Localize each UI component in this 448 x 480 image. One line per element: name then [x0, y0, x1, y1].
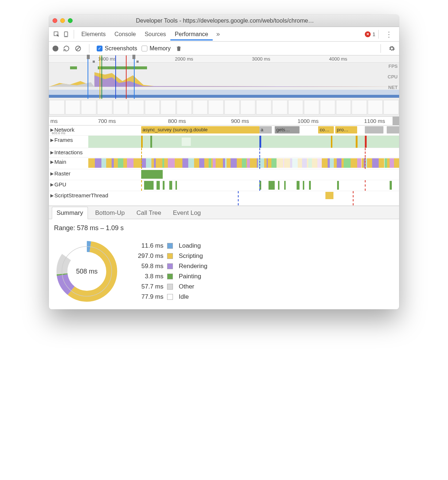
main-segment	[330, 158, 334, 168]
main-segment	[394, 158, 399, 168]
gpu-segment	[175, 181, 177, 190]
main-segment	[357, 158, 361, 168]
main-segment	[292, 158, 298, 168]
tab-elements[interactable]: Elements	[77, 28, 110, 40]
ruler-tick: 3000 ms	[252, 56, 270, 62]
expand-icon[interactable]: ▶	[50, 137, 54, 143]
network-bar[interactable]	[365, 126, 383, 133]
track-label: Frames	[54, 137, 73, 143]
frames-body: 206.0 ms	[88, 136, 399, 148]
marker-line	[100, 55, 100, 99]
track-interactions: ▶Interactions	[49, 148, 399, 158]
track-main: ▶Main	[49, 158, 399, 169]
network-bar[interactable]: async_survey (survey.g.double	[141, 126, 259, 133]
thumbnail	[193, 100, 208, 115]
thumbnail	[161, 100, 176, 115]
maximize-icon[interactable]	[68, 18, 73, 23]
summary-donut: 508 ms	[54, 239, 120, 304]
main-segment	[156, 158, 162, 168]
main-segment	[277, 158, 283, 168]
flame-ruler: ms 700 ms 800 ms 900 ms 1000 ms 1100 ms	[49, 117, 399, 125]
overview-pane[interactable]: 1000 ms 2000 ms 3000 ms 4000 ms FPS CPU …	[49, 55, 399, 117]
error-count: 1	[372, 31, 375, 37]
interactions-body	[88, 148, 399, 157]
device-toggle-icon[interactable]	[61, 30, 71, 39]
thumbnail	[272, 100, 287, 115]
expand-icon[interactable]: ▶	[50, 159, 54, 164]
main-segment	[264, 158, 267, 168]
gpu-segment	[303, 181, 304, 190]
track-label: Raster	[54, 170, 70, 177]
main-segment	[390, 158, 394, 168]
flame-chart[interactable]: ms 700 ms 800 ms 900 ms 1000 ms 1100 ms …	[49, 117, 399, 206]
tab-sources[interactable]: Sources	[140, 28, 170, 40]
reload-button[interactable]	[63, 45, 70, 52]
main-segment	[188, 158, 194, 168]
ruler-tick: 4000 ms	[329, 56, 347, 62]
tab-console[interactable]: Console	[110, 28, 140, 40]
devtools-window: Developer Tools - https://developers.goo…	[49, 15, 399, 309]
thumbnail	[113, 100, 128, 115]
main-segment	[135, 158, 141, 168]
network-bar[interactable]	[387, 126, 399, 133]
record-button[interactable]	[53, 46, 58, 51]
main-segment	[344, 158, 351, 168]
screenshots-label: Screenshots	[105, 45, 137, 52]
screenshots-checkbox[interactable]: ✓ Screenshots	[97, 45, 137, 52]
network-bars: async_survey (survey.g.doubleagets…co…pr…	[88, 125, 399, 135]
network-bar[interactable]: pro…	[335, 126, 357, 133]
clear-button[interactable]	[74, 45, 82, 52]
separator	[74, 30, 74, 39]
legend-label: Idle	[179, 293, 207, 301]
main-segment	[312, 158, 317, 168]
main-segment	[194, 158, 199, 168]
ruler-tick: 1000 ms	[298, 118, 319, 124]
gpu-segment	[337, 181, 339, 190]
titlebar: Developer Tools - https://developers.goo…	[49, 15, 399, 27]
expand-icon[interactable]: ▶	[50, 170, 54, 176]
main-segment	[247, 158, 250, 168]
expand-icon[interactable]: ▶	[50, 192, 54, 198]
legend-swatch	[167, 284, 173, 290]
track-label: ScriptStreamerThread	[54, 192, 108, 198]
selection-range[interactable]	[88, 55, 135, 99]
more-tabs-icon[interactable]: »	[213, 30, 224, 38]
close-icon[interactable]	[53, 18, 57, 23]
main-segment	[287, 158, 290, 168]
gpu-segment	[144, 181, 154, 190]
kebab-menu-icon[interactable]: ⋮	[382, 30, 396, 39]
trash-button[interactable]	[175, 45, 182, 52]
tab-performance[interactable]: Performance	[170, 28, 213, 40]
main-segment	[271, 158, 277, 168]
track-label: Interactions	[54, 149, 83, 155]
main-segment	[123, 158, 127, 168]
main-segment	[146, 158, 151, 168]
minimize-icon[interactable]	[60, 18, 65, 23]
main-segment	[308, 158, 312, 168]
legend-label: Loading	[179, 242, 207, 249]
memory-label: Memory	[150, 45, 171, 52]
thumbnail	[352, 100, 367, 115]
tab-summary[interactable]: Summary	[52, 207, 88, 219]
tab-bottom-up[interactable]: Bottom-Up	[91, 207, 129, 219]
network-bar[interactable]: a	[259, 126, 272, 133]
main-segment	[298, 158, 302, 168]
tab-call-tree[interactable]: Call Tree	[132, 207, 166, 219]
gpu-segment	[297, 181, 300, 190]
scrollbar[interactable]	[393, 117, 399, 125]
tab-event-log[interactable]: Event Log	[169, 207, 205, 219]
error-indicator[interactable]: ✕ 1	[365, 31, 375, 37]
memory-checkbox[interactable]: Memory	[142, 45, 171, 52]
expand-icon[interactable]: ▶	[50, 181, 54, 187]
settings-icon[interactable]	[388, 45, 395, 52]
thumbnail	[336, 100, 351, 115]
main-segment	[379, 158, 384, 168]
main-segment	[385, 158, 387, 168]
inspect-icon[interactable]	[52, 30, 61, 39]
expand-icon[interactable]: ▶	[50, 149, 54, 155]
network-bar[interactable]: gets…	[275, 126, 300, 133]
legend-label: Painting	[179, 273, 207, 280]
network-bar[interactable]: co…	[318, 126, 334, 133]
performance-toolbar: ✓ Screenshots Memory	[49, 42, 399, 55]
main-segment	[250, 158, 255, 168]
